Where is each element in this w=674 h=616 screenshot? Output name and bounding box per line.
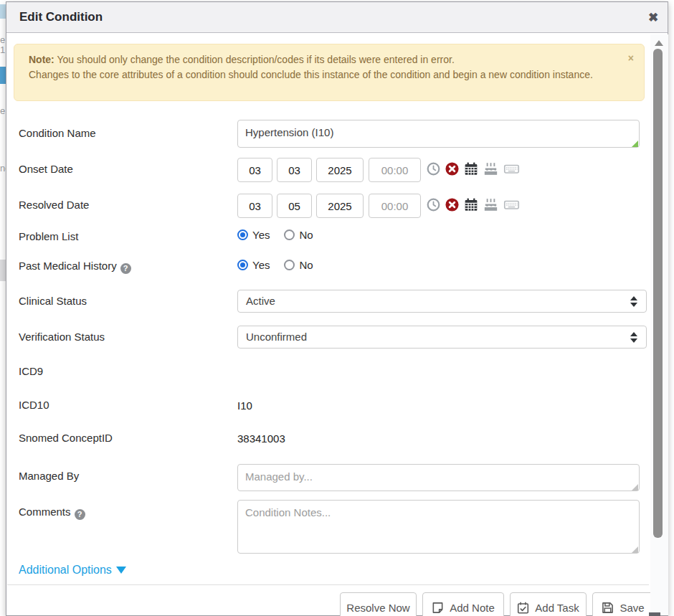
managed-by-label: Managed By (19, 470, 79, 482)
button-label: Resolve Now (346, 602, 409, 614)
footer-divider (7, 584, 649, 585)
note-alert-line1: You should only change the condition des… (54, 54, 455, 65)
alert-dismiss-icon[interactable]: × (628, 51, 634, 66)
backdrop-fragment: 1 (0, 44, 6, 55)
backdrop-fragment: e (0, 105, 6, 116)
pmh-no-radio[interactable]: No (284, 259, 313, 271)
condition-name-input[interactable]: Hypertension (I10) (237, 120, 640, 148)
comments-input[interactable] (237, 500, 640, 554)
resize-grip-icon[interactable] (632, 141, 638, 147)
verification-status-select[interactable]: Unconfirmed (237, 326, 647, 349)
label-text: Past Medical History (19, 260, 117, 272)
past-medical-history-label: Past Medical History? (19, 260, 131, 274)
save-icon (602, 602, 614, 614)
problem-list-radio-group: Yes No (237, 229, 328, 241)
select-value: Active (246, 295, 275, 307)
help-icon[interactable]: ? (75, 509, 85, 520)
snomed-value: 38341003 (237, 432, 285, 445)
backdrop-fragment (0, 260, 6, 281)
close-icon[interactable]: ✖ (643, 8, 663, 28)
onset-month-input[interactable] (237, 158, 272, 182)
label-text: Comments (19, 506, 71, 518)
select-arrows-icon (630, 296, 637, 307)
chevron-down-icon (116, 567, 126, 574)
problem-list-label: Problem List (19, 230, 78, 242)
clear-date-icon[interactable] (445, 162, 459, 176)
problem-list-no-radio[interactable]: No (284, 229, 313, 241)
clear-date-icon[interactable] (445, 198, 459, 212)
condition-name-label: Condition Name (19, 127, 96, 139)
select-value: Unconfirmed (246, 331, 307, 343)
backdrop-fragment (0, 67, 6, 84)
modal-title: Edit Condition (19, 10, 103, 24)
onset-time-input[interactable] (369, 158, 421, 182)
resolve-now-button[interactable]: Resolve Now (340, 592, 417, 616)
resize-grip-icon[interactable] (632, 484, 638, 491)
icd9-label: ICD9 (19, 365, 43, 377)
birthday-cake-icon[interactable] (483, 162, 498, 176)
button-label: Save (620, 602, 644, 614)
clock-icon[interactable] (427, 162, 440, 176)
backdrop-fragment (0, 4, 6, 19)
past-medical-history-radio-group: Yes No (237, 259, 328, 271)
page: e 1 e ne Edit Condition ✖ Note: You shou… (0, 0, 674, 616)
help-icon[interactable]: ? (120, 263, 131, 274)
modal-header: Edit Condition ✖ (6, 2, 668, 33)
note-icon (432, 602, 444, 614)
scrollbar-up-icon[interactable] (655, 40, 663, 46)
save-button[interactable]: Save (592, 592, 654, 616)
problem-list-yes-radio[interactable]: Yes (237, 229, 270, 241)
icd10-value: I10 (237, 399, 252, 412)
button-label: Add Note (450, 602, 495, 614)
resize-grip-icon[interactable] (632, 546, 638, 553)
select-arrows-icon (630, 332, 637, 343)
onset-year-input[interactable] (316, 158, 364, 182)
note-alert-prefix: Note: (29, 54, 54, 65)
onset-date-tools (427, 162, 520, 176)
scrollbar-thumb[interactable] (653, 49, 663, 538)
backdrop-fragment: ne (0, 163, 6, 174)
radio-label: No (299, 259, 313, 271)
verification-status-label: Verification Status (19, 331, 105, 343)
resolved-day-input[interactable] (277, 194, 312, 218)
radio-label: Yes (252, 259, 270, 271)
scrollbar[interactable] (650, 34, 668, 615)
managed-by-input[interactable] (237, 464, 640, 491)
pmh-yes-radio[interactable]: Yes (237, 259, 270, 271)
note-alert: Note: You should only change the conditi… (14, 44, 645, 101)
clinical-status-label: Clinical Status (19, 295, 87, 307)
calendar-icon[interactable] (464, 198, 478, 212)
note-alert-line2: Changes to the core attributes of a cond… (29, 69, 593, 80)
resolved-date-label: Resolved Date (19, 199, 89, 211)
edit-condition-modal: Edit Condition ✖ Note: You should only c… (6, 1, 668, 616)
button-label: Add Task (535, 602, 579, 614)
add-note-button[interactable]: Add Note (422, 592, 504, 616)
add-task-button[interactable]: Add Task (510, 592, 587, 616)
backdrop-fragment: e (0, 34, 6, 45)
snomed-label: Snomed ConceptID (19, 432, 113, 444)
note-alert-text: Note: You should only change the conditi… (29, 52, 595, 82)
birthday-cake-icon[interactable] (483, 198, 498, 212)
clock-icon[interactable] (427, 198, 440, 212)
resolved-month-input[interactable] (237, 194, 272, 218)
radio-label: Yes (252, 229, 270, 241)
icd10-label: ICD10 (19, 399, 49, 411)
radio-label: No (299, 229, 313, 241)
resolved-year-input[interactable] (316, 194, 364, 218)
additional-options-label: Additional Options (19, 564, 112, 576)
onset-date-label: Onset Date (19, 163, 73, 175)
scrollbar-end (649, 612, 660, 616)
calendar-check-icon (517, 602, 529, 614)
resolved-date-tools (427, 198, 520, 212)
additional-options-link[interactable]: Additional Options (19, 564, 126, 577)
onset-day-input[interactable] (277, 158, 312, 182)
calendar-icon[interactable] (464, 162, 478, 176)
keyboard-icon[interactable] (503, 162, 520, 176)
keyboard-icon[interactable] (503, 198, 520, 212)
clinical-status-select[interactable]: Active (237, 290, 647, 313)
modal-body: Note: You should only change the conditi… (6, 34, 668, 615)
comments-label: Comments? (19, 506, 85, 520)
resolved-time-input[interactable] (369, 194, 421, 218)
